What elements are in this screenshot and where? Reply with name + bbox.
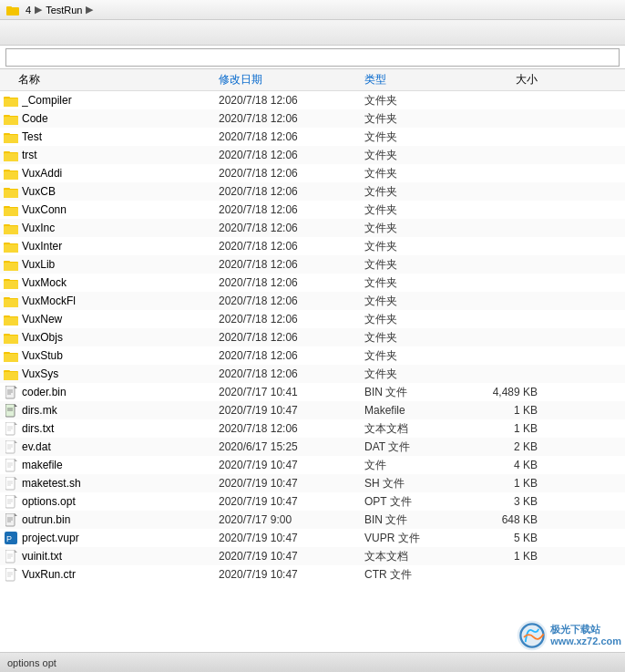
- file-icon: [4, 331, 18, 344]
- file-date: 2020/7/18 12:06: [219, 130, 364, 143]
- svg-rect-31: [4, 263, 18, 271]
- file-type: 文件夹: [364, 275, 474, 291]
- file-list: _Compiler2020/7/18 12:06文件夹 Code2020/7/1…: [0, 91, 625, 652]
- file-size: 1 KB: [474, 477, 547, 490]
- file-type: 文件夹: [364, 257, 474, 273]
- file-row[interactable]: ev.dat2020/6/17 15:25DAT 文件2 KB: [0, 438, 625, 456]
- file-row[interactable]: _Compiler2020/7/18 12:06文件夹: [0, 91, 625, 109]
- file-row[interactable]: Test2020/7/18 12:06文件夹: [0, 128, 625, 146]
- file-date: 2020/7/18 12:06: [219, 185, 364, 198]
- file-name: VuxCB: [22, 185, 219, 198]
- file-icon: [4, 149, 18, 161]
- svg-marker-80: [15, 495, 17, 498]
- file-row[interactable]: P project.vupr2020/7/19 10:47VUPR 文件5 KB: [0, 529, 625, 547]
- file-row[interactable]: coder.bin2020/7/17 10:41BIN 文件4,489 KB: [0, 383, 625, 401]
- file-row[interactable]: dirs.mk2020/7/19 10:47Makefile1 KB: [0, 401, 625, 419]
- file-icon: [4, 185, 18, 198]
- file-date: 2020/7/18 12:06: [219, 349, 364, 362]
- svg-text:P: P: [6, 534, 12, 543]
- file-name: VuxLib: [22, 258, 219, 271]
- file-icon: [4, 404, 18, 417]
- col-header-name[interactable]: 名称: [0, 72, 219, 88]
- file-size: 2 KB: [474, 440, 547, 453]
- file-type: Makefile: [364, 404, 474, 417]
- file-row[interactable]: outrun.bin2020/7/17 9:00BIN 文件648 KB: [0, 511, 625, 529]
- file-row[interactable]: VuxAddi2020/7/18 12:06文件夹: [0, 164, 625, 182]
- svg-rect-22: [4, 208, 18, 216]
- file-name: dirs.mk: [22, 404, 219, 417]
- col-header-size[interactable]: 大小: [474, 72, 547, 88]
- file-date: 2020/7/18 12:06: [219, 94, 364, 107]
- col-header-date[interactable]: 修改日期: [219, 72, 364, 88]
- file-size: 1 KB: [474, 404, 547, 417]
- file-row[interactable]: Code2020/7/18 12:06文件夹: [0, 109, 625, 128]
- file-icon: [4, 477, 18, 490]
- watermark-logo-icon: [516, 619, 548, 652]
- file-row[interactable]: VuxObjs2020/7/18 12:06文件夹: [0, 328, 625, 346]
- svg-rect-34: [4, 281, 18, 289]
- file-row[interactable]: VuxMockFl2020/7/18 12:06文件夹: [0, 292, 625, 310]
- file-icon: [4, 167, 18, 180]
- breadcrumb-sep-2: ▶: [86, 4, 93, 16]
- file-row[interactable]: VuxMock2020/7/18 12:06文件夹: [0, 274, 625, 292]
- file-row[interactable]: VuxStub2020/7/18 12:06文件夹: [0, 346, 625, 365]
- main-container: 名称 修改日期 类型 大小 _Compiler2020/7/18 12:06文件…: [0, 46, 625, 672]
- svg-rect-25: [4, 226, 18, 234]
- svg-rect-7: [4, 117, 18, 125]
- file-date: 2020/7/18 12:06: [219, 149, 364, 161]
- title-bar: 4 ▶ TestRun ▶: [0, 0, 625, 20]
- file-row[interactable]: VuxConn2020/7/18 12:06文件夹: [0, 201, 625, 219]
- file-date: 2020/7/18 12:06: [219, 203, 364, 216]
- file-icon: [4, 203, 18, 216]
- file-name: VuxObjs: [22, 331, 219, 344]
- file-row[interactable]: makefile2020/7/19 10:47文件4 KB: [0, 456, 625, 474]
- file-date: 2020/7/19 10:47: [219, 459, 364, 471]
- file-row[interactable]: VuxSys2020/7/18 12:06文件夹: [0, 365, 625, 383]
- breadcrumb-item-1[interactable]: 4: [26, 5, 31, 16]
- file-date: 2020/6/17 15:25: [219, 440, 364, 453]
- file-date: 2020/7/19 10:47: [219, 495, 364, 508]
- file-icon: [4, 112, 18, 125]
- file-icon: [4, 276, 18, 289]
- svg-rect-46: [4, 354, 18, 362]
- file-size: 4 KB: [474, 459, 547, 471]
- file-name: VuxRun.ctr: [22, 568, 219, 581]
- file-name: maketest.sh: [22, 477, 219, 490]
- file-name: Test: [22, 130, 219, 143]
- svg-rect-43: [4, 336, 18, 344]
- file-row[interactable]: trst2020/7/18 12:06文件夹: [0, 146, 625, 164]
- file-name: VuxAddi: [22, 167, 219, 180]
- folder-icon-title: [5, 3, 20, 17]
- file-row[interactable]: VuxLib2020/7/18 12:06文件夹: [0, 255, 625, 274]
- watermark: 极光下载站 www.xz72.com: [516, 619, 621, 652]
- file-row[interactable]: VuxNew2020/7/18 12:06文件夹: [0, 310, 625, 328]
- file-type: 文件夹: [364, 148, 474, 163]
- svg-rect-4: [4, 98, 18, 107]
- file-row[interactable]: options.opt2020/7/19 10:47OPT 文件3 KB: [0, 492, 625, 511]
- file-row[interactable]: maketest.sh2020/7/19 10:47SH 文件1 KB: [0, 474, 625, 492]
- address-input[interactable]: [5, 48, 620, 67]
- column-headers: 名称 修改日期 类型 大小: [0, 69, 625, 91]
- svg-marker-92: [15, 550, 17, 553]
- file-row[interactable]: dirs.txt2020/7/18 12:06文本文档1 KB: [0, 419, 625, 438]
- file-date: 2020/7/18 12:06: [219, 367, 364, 380]
- file-icon: [4, 313, 18, 326]
- watermark-text: 极光下载站 www.xz72.com: [550, 624, 621, 647]
- file-row[interactable]: VuxInter2020/7/18 12:06文件夹: [0, 237, 625, 255]
- file-type: CTR 文件: [364, 567, 474, 583]
- file-row[interactable]: VuxCB2020/7/18 12:06文件夹: [0, 182, 625, 201]
- file-icon: [4, 295, 18, 307]
- breadcrumb-item-2[interactable]: TestRun: [46, 5, 82, 16]
- file-name: outrun.bin: [22, 513, 219, 526]
- file-date: 2020/7/18 12:06: [219, 422, 364, 435]
- file-row[interactable]: vuinit.txt2020/7/19 10:47文本文档1 KB: [0, 547, 625, 565]
- file-type: 文件夹: [364, 330, 474, 346]
- file-icon: [4, 367, 18, 380]
- col-header-type[interactable]: 类型: [364, 72, 474, 88]
- file-icon: P: [4, 532, 18, 544]
- file-row[interactable]: VuxRun.ctr2020/7/19 10:47CTR 文件: [0, 565, 625, 584]
- file-date: 2020/7/18 12:06: [219, 295, 364, 307]
- file-row[interactable]: VuxInc2020/7/18 12:06文件夹: [0, 219, 625, 237]
- file-type: 文件夹: [364, 129, 474, 145]
- file-icon: [4, 495, 18, 508]
